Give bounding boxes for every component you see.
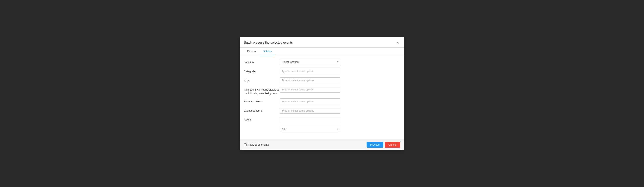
footer-right: Process Cancel: [366, 142, 400, 148]
tags-input[interactable]: [280, 77, 340, 83]
tags-control: [280, 77, 340, 83]
modal-overlay: Batch process the selected events × Gene…: [0, 0, 644, 187]
categories-control: [280, 68, 340, 74]
add-select-row: Add ▼: [244, 126, 400, 132]
itemid-input[interactable]: [280, 117, 340, 123]
location-control: Select location ▼: [280, 59, 340, 65]
hidden-groups-control: [280, 87, 340, 93]
location-label: Location: [244, 59, 280, 64]
tab-options[interactable]: Options: [260, 48, 275, 55]
footer-left: Apply to all events: [244, 143, 269, 146]
event-sponsors-row: Event sponsors: [244, 108, 400, 114]
categories-row: Categories: [244, 68, 400, 74]
categories-label: Categories: [244, 68, 280, 73]
modal-title: Batch process the selected events: [244, 41, 293, 44]
hidden-groups-row: This event will not be visible to the fo…: [244, 87, 400, 95]
apply-all-checkbox[interactable]: [244, 143, 246, 146]
event-speakers-label: Event speakers: [244, 98, 280, 103]
add-select[interactable]: Add: [280, 126, 340, 132]
event-sponsors-input[interactable]: [280, 108, 340, 114]
modal-body: Location Select location ▼ Categories: [240, 55, 404, 139]
close-button[interactable]: ×: [396, 40, 400, 45]
event-sponsors-label: Event sponsors: [244, 108, 280, 113]
location-row: Location Select location ▼: [244, 59, 400, 65]
modal-header: Batch process the selected events ×: [240, 37, 404, 48]
apply-all-label: Apply to all events: [248, 143, 269, 146]
tab-general[interactable]: General: [244, 48, 260, 55]
event-speakers-input[interactable]: [280, 98, 340, 104]
event-speakers-row: Event speakers: [244, 98, 400, 104]
tags-label: Tags: [244, 77, 280, 82]
add-select-control: Add ▼: [280, 126, 340, 132]
event-speakers-control: [280, 98, 340, 104]
event-sponsors-control: [280, 108, 340, 114]
itemid-label: Itemid: [244, 117, 280, 122]
cancel-button[interactable]: Cancel: [385, 142, 400, 148]
location-select[interactable]: Select location: [280, 59, 340, 65]
categories-input[interactable]: [280, 68, 340, 74]
add-select-empty-label: [244, 126, 280, 127]
location-select-wrapper: Select location ▼: [280, 59, 340, 65]
tab-bar: General Options: [240, 48, 404, 55]
batch-process-modal: Batch process the selected events × Gene…: [240, 37, 404, 150]
add-select-wrapper: Add ▼: [280, 126, 340, 132]
modal-footer: Apply to all events Process Cancel: [240, 139, 404, 150]
process-button[interactable]: Process: [366, 142, 383, 148]
hidden-groups-label: This event will not be visible to the fo…: [244, 87, 280, 95]
itemid-row: Itemid: [244, 117, 400, 123]
tags-row: Tags: [244, 77, 400, 83]
hidden-groups-input[interactable]: [280, 87, 340, 93]
apply-all-checkbox-wrapper[interactable]: Apply to all events: [244, 143, 269, 146]
itemid-control: [280, 117, 340, 123]
